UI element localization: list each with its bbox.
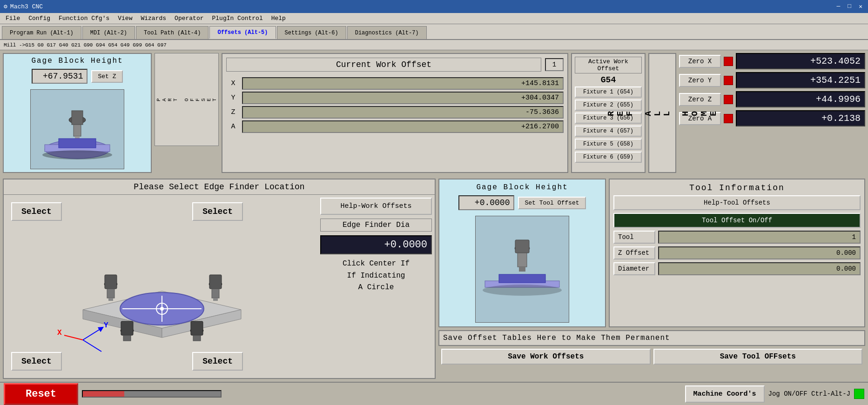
svg-rect-1: [72, 111, 83, 125]
part-offset-label: PARTOFFSET: [155, 53, 219, 146]
progress-bar-container: [82, 390, 222, 398]
zero-z-value: +44.9996: [736, 91, 865, 107]
help-work-offsets-button[interactable]: Help-Work Offsets: [320, 198, 432, 215]
select-bottom-right-button[interactable]: Select: [192, 352, 243, 371]
wo-value-z[interactable]: -75.3636: [242, 106, 564, 119]
tool-label: Tool: [613, 231, 655, 244]
menu-file[interactable]: File: [2, 14, 24, 23]
tool-value[interactable]: 1: [658, 231, 861, 244]
machine-coords-button[interactable]: Machine Coord's: [685, 385, 765, 403]
tab-diagnostics[interactable]: Diagnostics (Alt-7): [347, 26, 427, 39]
zero-z-button[interactable]: Zero Z: [679, 93, 721, 106]
help-tool-offsets-button[interactable]: Help-Tool Offsets: [613, 195, 861, 210]
app-icon: ⚙: [4, 3, 7, 10]
status-text: Mill ->G15 G0 G17 G40 G21 G90 G94 G54 G4…: [4, 42, 167, 48]
diameter-label: Diameter: [613, 262, 655, 275]
awo-value: G54: [601, 75, 616, 85]
tab-offsets[interactable]: Offsets (Alt-5): [209, 26, 276, 39]
menu-operator[interactable]: Operator: [171, 14, 207, 23]
save-work-offsets-button[interactable]: Save Work Offsets: [441, 349, 651, 365]
gage-block-title: Gage Block Height: [31, 57, 123, 65]
svg-point-15: [160, 307, 164, 311]
ref-all-text: REFALLHOME: [606, 110, 718, 116]
svg-rect-36: [515, 240, 529, 253]
tool-offset-toggle[interactable]: Tool Offset On/Off: [613, 213, 861, 228]
gage-cnc-svg: [476, 234, 569, 304]
svg-text:Y: Y: [104, 321, 108, 330]
reset-button[interactable]: Reset: [4, 383, 78, 405]
edge-finder-dia-label: Edge Finder Dia: [320, 219, 432, 232]
edge-finder-header: Please Select Edge Finder Location: [4, 179, 435, 195]
menu-view[interactable]: View: [114, 14, 136, 23]
ref-all-panel[interactable]: REFALLHOME: [648, 53, 676, 173]
gage-block-right: Gage Block Height +0.0000 Set Tool Offse…: [438, 179, 606, 327]
wo-row-a: A +216.2700: [226, 120, 564, 133]
z-offset-value[interactable]: 0.000: [658, 246, 861, 259]
work-offset-panel: Current Work Offset 1 X +145.8131 Y +304…: [222, 53, 568, 173]
tool-field-row-z: Z Offset 0.000: [613, 246, 861, 259]
svg-rect-17: [105, 275, 117, 289]
fixture-6-button[interactable]: Fixture 6 (G59): [575, 152, 642, 163]
main-content: Gage Block Height +67.9531 Set Z: [0, 50, 868, 405]
jog-indicator: [854, 389, 864, 399]
titlebar: ⚙ Mach3 CNC — □ ✕: [0, 0, 868, 13]
menu-config[interactable]: Config: [25, 14, 54, 23]
zero-x-button[interactable]: Zero X: [679, 55, 721, 68]
jog-label: Jog ON/OFF Ctrl-Alt-J: [768, 390, 850, 398]
diameter-value[interactable]: 0.000: [658, 262, 861, 275]
menu-plugin[interactable]: PlugIn Control: [209, 14, 267, 23]
menu-function-cfgs[interactable]: Function Cfg's: [55, 14, 113, 23]
svg-rect-26: [123, 335, 131, 341]
zero-row-x: Zero X +523.4052: [679, 53, 865, 69]
svg-rect-37: [518, 253, 527, 267]
svg-point-7: [42, 150, 112, 159]
fixture-2-button[interactable]: Fixture 2 (G55): [575, 100, 642, 111]
zero-y-button[interactable]: Zero Y: [679, 74, 721, 87]
work-offset-num: 1: [545, 58, 564, 71]
set-tool-offset-button[interactable]: Set Tool Offset: [518, 197, 585, 209]
wo-value-a[interactable]: +216.2700: [242, 120, 564, 133]
menu-wizards[interactable]: Wizards: [137, 14, 170, 23]
tab-mdi[interactable]: MDI (Alt-2): [82, 26, 135, 39]
save-buttons-row: Save Work Offsets Save Tool OFFsets: [438, 349, 865, 367]
wo-value-x[interactable]: +145.8131: [242, 77, 564, 90]
bottom-bar: Reset Machine Coord's Jog ON/OFF Ctrl-Al…: [0, 382, 868, 405]
maximize-button[interactable]: □: [846, 3, 853, 10]
gage-block-right-title: Gage Block Height: [476, 183, 568, 192]
svg-rect-2: [74, 125, 81, 136]
click-center-line1: Click Center If: [343, 259, 410, 268]
zero-a-value: +0.2138: [736, 110, 865, 126]
top-section: Gage Block Height +67.9531 Set Z: [0, 50, 868, 176]
tab-program-run[interactable]: Program Run (Alt-1): [2, 26, 81, 39]
select-top-left-button[interactable]: Select: [11, 202, 62, 221]
zero-row-z: Zero Z +44.9996: [679, 91, 865, 107]
svg-text:X: X: [57, 329, 62, 337]
gage-block-panel: Gage Block Height +67.9531 Set Z: [3, 53, 152, 173]
wo-value-y[interactable]: +304.0347: [242, 92, 564, 104]
work-offset-area: PARTOFFSET Current Work Offset 1 X +145.…: [155, 53, 865, 173]
save-tool-offsets-button[interactable]: Save Tool OFFsets: [653, 349, 863, 365]
tab-tool-path[interactable]: Tool Path (Alt-4): [136, 26, 209, 39]
tab-settings[interactable]: Settings (Alt-6): [277, 26, 346, 39]
fixture-4-button[interactable]: Fixture 4 (G57): [575, 126, 642, 137]
close-button[interactable]: ✕: [857, 3, 864, 10]
fixture-1-button[interactable]: Fixture 1 (G54): [575, 86, 642, 98]
edge-finder-panel: Please Select Edge Finder Location Selec…: [3, 179, 436, 379]
titlebar-left: ⚙ Mach3 CNC: [4, 3, 43, 10]
menu-help[interactable]: Help: [268, 14, 289, 23]
cnc-illustration: [30, 89, 124, 169]
fixture-5-button[interactable]: Fixture 5 (G58): [575, 139, 642, 150]
select-bottom-left-button[interactable]: Select: [11, 352, 62, 371]
svg-line-33: [64, 335, 83, 340]
set-z-button[interactable]: Set Z: [91, 70, 122, 83]
statusbar: Mill ->G15 G0 G17 G40 G21 G90 G94 G54 G4…: [0, 40, 868, 50]
zero-y-value: +354.2251: [736, 72, 865, 88]
minimize-button[interactable]: —: [835, 3, 842, 10]
gage-block-value: +67.9531: [32, 69, 87, 84]
edge-finder-dia-value: +0.0000: [320, 235, 432, 254]
svg-rect-23: [213, 298, 218, 301]
wo-label-x: X: [226, 80, 240, 87]
select-top-right-button[interactable]: Select: [192, 202, 243, 221]
tabbar: Program Run (Alt-1) MDI (Alt-2) Tool Pat…: [0, 24, 868, 40]
gage-block-right-value-row: +0.0000 Set Tool Offset: [458, 195, 585, 210]
